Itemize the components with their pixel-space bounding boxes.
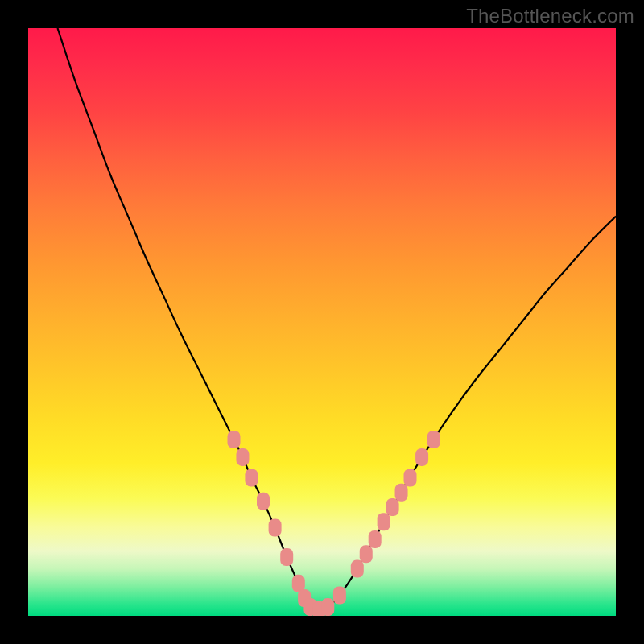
chart-svg xyxy=(28,28,616,616)
curve-marker xyxy=(404,469,417,486)
curve-marker xyxy=(351,560,364,578)
bottleneck-curve xyxy=(58,28,617,610)
curve-marker xyxy=(257,493,270,510)
watermark-text: TheBottleneck.com xyxy=(466,5,634,27)
curve-marker xyxy=(228,431,241,448)
plot-area xyxy=(28,28,616,616)
curve-marker xyxy=(333,586,346,604)
curve-marker xyxy=(280,548,293,566)
curve-marker xyxy=(386,498,399,516)
curve-marker xyxy=(245,469,258,486)
curve-marker xyxy=(321,598,334,616)
marker-group xyxy=(228,431,440,616)
curve-marker xyxy=(395,484,408,502)
curve-marker xyxy=(369,530,382,548)
chart-frame: TheBottleneck.com xyxy=(0,0,644,644)
curve-marker xyxy=(415,448,428,466)
curve-marker xyxy=(378,513,390,530)
curve-marker xyxy=(269,519,282,537)
curve-marker xyxy=(236,448,249,466)
curve-marker xyxy=(360,545,373,563)
curve-marker xyxy=(427,431,440,448)
